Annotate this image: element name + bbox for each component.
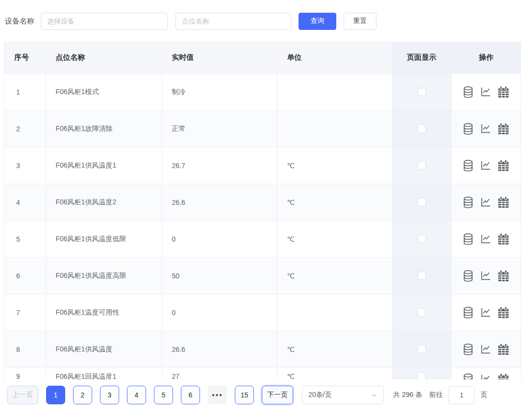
database-icon[interactable] <box>462 270 475 282</box>
row-index: 4 <box>4 184 46 221</box>
row-page-display-cell <box>392 368 451 379</box>
prev-page-button[interactable]: 上一页 <box>7 386 38 404</box>
page-display-checkbox[interactable] <box>418 372 426 379</box>
page-ellipsis[interactable]: ●●● <box>208 386 227 404</box>
database-icon[interactable] <box>462 306 475 319</box>
goto-page-input[interactable] <box>449 386 475 404</box>
line-chart-icon[interactable] <box>479 86 492 98</box>
page-button-3[interactable]: 3 <box>100 386 119 404</box>
chevron-down-icon <box>371 392 377 398</box>
row-realtime-value: 正常 <box>162 110 277 147</box>
row-page-display-cell <box>392 110 451 147</box>
row-point-name: F06风柜1供风温度1 <box>46 147 162 184</box>
page-display-checkbox[interactable] <box>418 88 426 96</box>
row-realtime-value: 27 <box>162 368 277 379</box>
row-index: 2 <box>4 110 46 147</box>
row-realtime-value: 0 <box>162 221 277 257</box>
row-actions-cell <box>451 74 521 110</box>
row-point-name: F06风柜1供风温度2 <box>46 184 162 221</box>
column-header-index: 序号 <box>4 42 46 74</box>
row-page-display-cell <box>392 331 451 368</box>
page-size-select[interactable]: 20条/页 <box>302 386 384 404</box>
calendar-icon[interactable] <box>497 232 510 246</box>
calendar-icon[interactable] <box>497 306 510 320</box>
row-point-name: F06风柜1回风温度1 <box>46 368 162 379</box>
query-button[interactable]: 查询 <box>299 13 336 30</box>
total-count-text: 共 296 条 <box>393 391 422 399</box>
next-page-button[interactable]: 下一页 <box>262 386 293 404</box>
row-point-name: F06风柜1供风温度低限 <box>46 221 162 257</box>
row-point-name: F06风柜1供风温度高限 <box>46 257 162 294</box>
calendar-icon[interactable] <box>497 196 510 209</box>
table-row: 6 F06风柜1供风温度高限 50 ℃ <box>4 257 521 294</box>
page-display-checkbox[interactable] <box>418 308 426 317</box>
database-icon[interactable] <box>462 343 475 356</box>
database-icon[interactable] <box>462 159 475 172</box>
row-index: 7 <box>4 294 46 331</box>
database-icon[interactable] <box>462 123 475 135</box>
row-unit: ℃ <box>277 257 392 294</box>
line-chart-icon[interactable] <box>479 306 492 319</box>
page-display-checkbox[interactable] <box>418 198 426 206</box>
line-chart-icon[interactable] <box>479 159 492 172</box>
page-display-checkbox[interactable] <box>418 272 426 280</box>
row-point-name: F06风柜1温度可用性 <box>46 294 162 331</box>
table-body: 1 F06风柜1模式 制冷 <box>4 74 521 379</box>
device-select-input[interactable] <box>41 13 168 30</box>
database-icon[interactable] <box>462 196 475 209</box>
page-button-15[interactable]: 15 <box>235 386 254 404</box>
page-display-checkbox[interactable] <box>418 235 426 243</box>
row-page-display-cell <box>392 257 451 294</box>
line-chart-icon[interactable] <box>479 343 492 355</box>
row-realtime-value: 26.6 <box>162 184 277 221</box>
pagination-bar: 上一页 123456●●●15 下一页 20条/页 共 296 条 前往 页 <box>7 386 525 404</box>
line-chart-icon[interactable] <box>479 270 492 282</box>
row-realtime-value: 50 <box>162 257 277 294</box>
device-name-label: 设备名称 <box>5 17 34 26</box>
database-icon[interactable] <box>462 233 475 246</box>
column-header-realtime: 实时值 <box>162 42 277 74</box>
row-actions-cell <box>451 257 521 294</box>
row-unit: ℃ <box>277 147 392 184</box>
row-index: 8 <box>4 331 46 368</box>
reset-button[interactable]: 重置 <box>344 13 376 30</box>
calendar-icon[interactable] <box>497 372 510 380</box>
line-chart-icon[interactable] <box>479 233 492 245</box>
line-chart-icon[interactable] <box>479 196 492 208</box>
row-realtime-value: 0 <box>162 294 277 331</box>
calendar-icon[interactable] <box>497 343 510 356</box>
page-display-checkbox[interactable] <box>418 124 426 133</box>
table-header-row: 序号 点位名称 实时值 单位 页面显示 操作 <box>4 42 521 74</box>
calendar-icon[interactable] <box>497 85 510 99</box>
point-name-input[interactable] <box>175 13 291 30</box>
column-header-point-name: 点位名称 <box>46 42 162 74</box>
row-point-name: F06风柜1故障清除 <box>46 110 162 147</box>
calendar-icon[interactable] <box>497 269 510 283</box>
page-size-value: 20条/页 <box>308 391 331 399</box>
page-button-2[interactable]: 2 <box>73 386 92 404</box>
calendar-icon[interactable] <box>497 159 510 173</box>
column-header-actions: 操作 <box>451 42 521 74</box>
row-page-display-cell <box>392 74 451 110</box>
row-page-display-cell <box>392 221 451 257</box>
database-icon[interactable] <box>462 86 475 99</box>
calendar-icon[interactable] <box>497 122 510 136</box>
row-actions-cell <box>451 368 521 379</box>
row-unit <box>277 74 392 110</box>
column-header-unit: 单位 <box>277 42 392 74</box>
line-chart-icon[interactable] <box>479 373 492 379</box>
database-icon[interactable] <box>462 373 475 380</box>
points-table-wrapper: 序号 点位名称 实时值 单位 页面显示 操作 1 F06风柜1模式 制冷 <box>4 42 521 379</box>
page-display-checkbox[interactable] <box>418 345 426 353</box>
row-realtime-value: 26.6 <box>162 331 277 368</box>
page-button-6[interactable]: 6 <box>181 386 200 404</box>
line-chart-icon[interactable] <box>479 123 492 135</box>
row-point-name: F06风柜1模式 <box>46 74 162 110</box>
page-button-4[interactable]: 4 <box>127 386 146 404</box>
page-button-5[interactable]: 5 <box>154 386 173 404</box>
page-button-1[interactable]: 1 <box>46 386 65 404</box>
table-row: 2 F06风柜1故障清除 正常 <box>4 110 521 147</box>
page-display-checkbox[interactable] <box>418 161 426 170</box>
row-actions-cell <box>451 221 521 257</box>
row-unit <box>277 110 392 147</box>
